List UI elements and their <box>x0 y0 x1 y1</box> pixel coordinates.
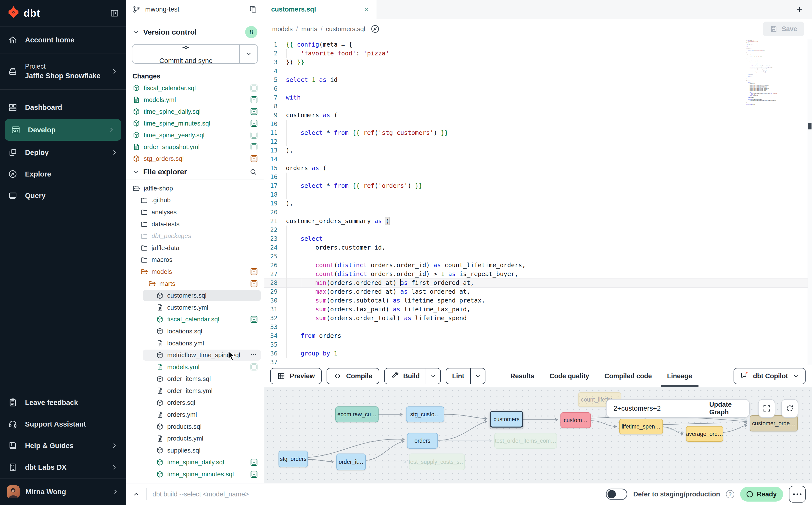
sidebar-item-explore[interactable]: Explore <box>0 163 126 185</box>
stage-add-badge[interactable] <box>251 459 258 466</box>
tree-item-products-yml[interactable]: products.yml <box>126 433 264 445</box>
stage-add-badge[interactable] <box>251 96 258 103</box>
scrollbar-handle[interactable] <box>808 123 812 130</box>
stage-add-badge[interactable] <box>251 471 258 478</box>
change-item[interactable]: fiscal_calendar.sql <box>126 82 264 94</box>
lineage-node-stg-customers[interactable]: stg_custo… <box>406 406 444 422</box>
version-control-header[interactable]: Version control 8 <box>126 19 264 43</box>
tree-item-orders-sql[interactable]: orders.sql <box>126 397 264 409</box>
tree-item-order-items-yml[interactable]: order_items.yml <box>126 385 264 397</box>
code-line[interactable]: 21customer_orders_summary as ( <box>264 217 812 225</box>
code-editor[interactable]: 1{{ config(meta = {2 'favorite_food': 'p… <box>264 39 812 365</box>
preview-button[interactable]: Preview <box>270 368 322 384</box>
code-line[interactable]: 4 <box>264 67 812 75</box>
code-line[interactable]: 31 sum(orders.tax_paid) as lifetime_tax_… <box>264 305 812 314</box>
code-line[interactable]: 27 count(distinct orders.order_id) > 1 a… <box>264 270 812 279</box>
sidebar-item-dashboard[interactable]: Dashboard <box>0 97 126 118</box>
defer-toggle[interactable] <box>606 489 627 500</box>
more-options-button[interactable] <box>789 486 806 503</box>
tree-item-models[interactable]: models <box>126 266 264 278</box>
new-tab-button[interactable] <box>795 0 804 19</box>
code-line[interactable]: 8 <box>264 102 812 111</box>
code-line[interactable]: 7with <box>264 93 812 102</box>
code-line[interactable]: 28 min(orders.ordered_at) as first_order… <box>264 279 812 287</box>
code-line[interactable]: 30 sum(orders.subtotal) as lifetime_spen… <box>264 296 812 305</box>
sidebar-collapse-icon[interactable] <box>110 9 119 18</box>
tree-item-marts[interactable]: marts <box>126 278 264 290</box>
code-line[interactable]: 37 <box>264 358 812 365</box>
sidebar-item-help-guides[interactable]: Help & Guides <box>0 435 126 457</box>
minimap[interactable]: 1{{ config(meta = {2 'favorite_food': 'p… <box>746 40 789 114</box>
code-line[interactable]: 15orders as ( <box>264 164 812 173</box>
dbt-copilot-button[interactable]: dbt Copilot <box>734 368 806 384</box>
code-line[interactable]: 36 group by 1 <box>264 349 812 358</box>
code-line[interactable]: 20 <box>264 208 812 217</box>
tree-item-analyses[interactable]: analyses <box>126 206 264 218</box>
commit-options-chevron[interactable] <box>239 45 258 63</box>
row-menu-icon[interactable] <box>250 350 258 360</box>
sidebar-item-project[interactable]: ProjectJaffle Shop Snowflake <box>0 53 126 90</box>
lineage-node-stg-orders[interactable]: stg_orders <box>279 451 308 467</box>
breadcrumb-segment[interactable]: marts <box>301 25 317 33</box>
tab-lineage[interactable]: Lineage <box>667 365 692 387</box>
stage-add-badge[interactable] <box>251 85 258 92</box>
breadcrumb-segment[interactable]: customers.sql <box>326 25 365 33</box>
tree-item-time-spine-yearly-sql[interactable]: time_spine_yearly.sql <box>126 480 264 483</box>
tab-customers-sql[interactable]: customers.sql <box>264 0 377 19</box>
tree-item-jaffle-shop[interactable]: jaffle-shop <box>126 182 264 194</box>
refresh-button[interactable] <box>781 399 798 418</box>
code-line[interactable]: 3}) }} <box>264 58 812 67</box>
modified-badge[interactable] <box>251 280 258 287</box>
code-line[interactable]: 11 select * from {{ ref('stg_customers')… <box>264 129 812 137</box>
tree-item-jaffle-data[interactable]: jaffle-data <box>126 242 264 254</box>
lineage-node-ecom-raw-customers[interactable]: ecom.raw_cu… <box>335 406 378 422</box>
sidebar-item-dbt-labs-dx[interactable]: dbt Labs DX <box>0 457 126 478</box>
code-line[interactable]: 29 max(orders.ordered_at) as last_ordere… <box>264 287 812 296</box>
user-menu[interactable]: Mirna Wong <box>0 478 126 505</box>
code-line[interactable]: 2 'favorite_food': 'pizza' <box>264 49 812 58</box>
tree-item-fiscal-calendar-sql[interactable]: fiscal_calendar.sql <box>126 314 264 326</box>
code-line[interactable]: 25 <box>264 252 812 261</box>
build-options-chevron[interactable] <box>426 368 440 384</box>
code-line[interactable]: 23 select <box>264 234 812 243</box>
tree-item-dbt-packages[interactable]: dbt_packages <box>126 230 264 242</box>
sidebar-item-develop[interactable]: Develop <box>5 119 121 141</box>
code-line[interactable]: 26 count(distinct orders.order_id) as co… <box>264 261 812 270</box>
tree-item-order-items-sql[interactable]: order_items.sql <box>126 373 264 385</box>
code-line[interactable]: 10 <box>264 120 812 129</box>
sidebar-item-deploy[interactable]: Deploy <box>0 142 126 163</box>
change-item[interactable]: time_spine_daily.sql <box>126 106 264 118</box>
tree-item-models-yml[interactable]: models.yml <box>126 361 264 373</box>
code-line[interactable]: 9customers as ( <box>264 111 812 120</box>
breadcrumb-segment[interactable]: models <box>272 25 293 33</box>
lineage-node-customer-pink[interactable]: custom… <box>560 412 591 428</box>
lineage-node-average-order[interactable]: average_ord… <box>686 426 723 442</box>
lineage-node-test-order-items[interactable]: test_order_items_com… <box>494 433 557 449</box>
stage-add-badge[interactable] <box>251 363 258 370</box>
tab-compiled-code[interactable]: Compiled code <box>604 365 652 387</box>
commit-and-sync-button[interactable]: Commit and sync <box>132 44 258 64</box>
code-line[interactable]: 24 orders.customer_id, <box>264 243 812 252</box>
fullscreen-button[interactable] <box>758 399 775 418</box>
code-line[interactable]: 17 select * from {{ ref('orders') }} <box>264 181 812 190</box>
sidebar-item-account-home[interactable]: Account home <box>0 27 126 53</box>
change-item[interactable]: order_snapshot.yml <box>126 141 264 153</box>
lint-options-chevron[interactable] <box>470 368 485 384</box>
stage-add-badge[interactable] <box>251 483 258 483</box>
lineage-node-lifetime-spend[interactable]: lifetime_spen… <box>619 419 663 435</box>
stage-add-badge[interactable] <box>251 108 258 115</box>
lineage-search-input[interactable] <box>607 399 709 417</box>
tree-item-products-sql[interactable]: products.sql <box>126 421 264 433</box>
code-line[interactable]: 16 <box>264 173 812 181</box>
stage-add-badge[interactable] <box>251 316 258 323</box>
copy-icon[interactable] <box>249 5 258 13</box>
tree-item-customers-sql[interactable]: customers.sql <box>126 290 264 302</box>
sidebar-item-support-assistant[interactable]: Support Assistant <box>0 413 126 435</box>
code-line[interactable]: 34 from orders <box>264 331 812 340</box>
lineage-node-order-items[interactable]: order_it… <box>336 454 366 470</box>
code-line[interactable]: 22 <box>264 225 812 234</box>
lint-button[interactable]: Lint <box>446 368 485 384</box>
tree-item-time-spine-minutes-sql[interactable]: time_spine_minutes.sql <box>126 468 264 480</box>
code-line[interactable]: 35 <box>264 340 812 349</box>
tab-results[interactable]: Results <box>510 365 534 387</box>
